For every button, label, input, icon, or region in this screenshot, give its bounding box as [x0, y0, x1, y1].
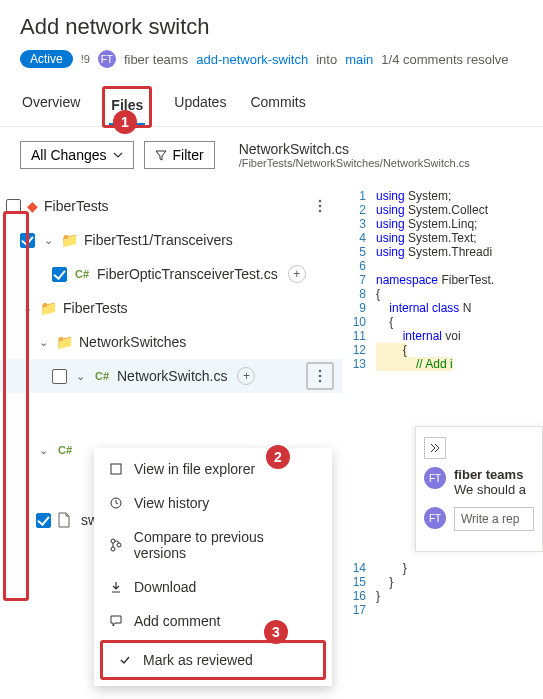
chevron-down-icon[interactable]: ⌄	[41, 234, 55, 247]
code-line: 14 }	[342, 561, 543, 575]
code-line: 17	[342, 603, 543, 617]
callout-3: 3	[264, 620, 288, 644]
comment-text: We should a	[454, 482, 526, 497]
tree-label: FiberTest1/Transceivers	[84, 232, 233, 248]
download-icon	[108, 580, 124, 594]
author-avatar[interactable]: FT	[98, 50, 116, 68]
reply-row: FT Write a rep	[424, 507, 534, 531]
tree-folder[interactable]: ⌄ 📁 NetworkSwitches	[0, 325, 342, 359]
tree-label: NetworkSwitches	[79, 334, 186, 350]
svg-point-10	[117, 543, 121, 547]
filter-icon	[155, 149, 167, 161]
pr-tabs: Overview Files Updates Commits	[0, 86, 543, 127]
tree-root-label: FiberTests	[44, 198, 109, 214]
comment-thread-panel: FT fiber teams We should a FT Write a re…	[415, 426, 543, 552]
checkbox[interactable]	[20, 233, 35, 248]
chevron-down-icon[interactable]: ⌄	[36, 336, 50, 349]
current-file-name: NetworkSwitch.cs	[239, 141, 470, 157]
code-line: 2using System.Collect	[342, 203, 543, 217]
tree-file-selected[interactable]: ⌄ C# NetworkSwitch.cs +	[0, 359, 342, 393]
git-icon: ◆	[27, 198, 38, 214]
current-file: NetworkSwitch.cs /FiberTests/NetworkSwit…	[239, 141, 470, 169]
source-branch-link[interactable]: add-network-switch	[196, 52, 308, 67]
code-line: 3using System.Linq;	[342, 217, 543, 231]
into-label: into	[316, 52, 337, 67]
code-line: 5using System.Threadi	[342, 245, 543, 259]
code-line: 10 {	[342, 315, 543, 329]
file-icon	[108, 462, 124, 476]
code-line: 11 internal voi	[342, 329, 543, 343]
svg-point-5	[319, 380, 322, 383]
code-line: 1using System;	[342, 189, 543, 203]
chevron-down-icon[interactable]: ⌄	[36, 444, 50, 457]
svg-point-0	[319, 200, 322, 203]
callout-1: 1	[113, 110, 137, 134]
code-line: 9 internal class N	[342, 301, 543, 315]
filter-button[interactable]: Filter	[144, 141, 215, 169]
comment-author: fiber teams	[454, 467, 526, 482]
code-line: 8{	[342, 287, 543, 301]
all-changes-dropdown[interactable]: All Changes	[20, 141, 134, 169]
menu-download[interactable]: Download	[94, 570, 332, 604]
collapse-icon	[430, 443, 440, 453]
collapse-button[interactable]	[424, 437, 446, 459]
code-line: 12 {	[342, 343, 543, 357]
checkbox[interactable]	[36, 513, 51, 528]
checkbox[interactable]	[52, 267, 67, 282]
tab-commits[interactable]: Commits	[248, 86, 307, 126]
target-branch-link[interactable]: main	[345, 52, 373, 67]
code-line: 6	[342, 259, 543, 273]
kebab-icon	[318, 369, 322, 383]
comment-icon	[108, 614, 124, 628]
more-actions-button[interactable]	[306, 362, 334, 390]
tree-root[interactable]: ◆ FiberTests	[0, 189, 342, 223]
checkbox[interactable]	[6, 199, 21, 214]
menu-add-comment[interactable]: Add comment	[94, 604, 332, 638]
svg-point-9	[111, 547, 115, 551]
tab-overview[interactable]: Overview	[20, 86, 82, 126]
folder-icon: 📁	[56, 334, 73, 350]
current-file-path: /FiberTests/NetworkSwitches/NetworkSwitc…	[239, 157, 470, 169]
tree-label: NetworkSwitch.cs	[117, 368, 227, 384]
checkbox[interactable]	[52, 369, 67, 384]
reply-input[interactable]: Write a rep	[454, 507, 534, 531]
chevron-down-icon	[113, 150, 123, 160]
chevron-down-icon[interactable]: ⌄	[20, 302, 34, 315]
svg-point-8	[111, 539, 115, 543]
tree-folder[interactable]: ⌄ 📁 FiberTests	[0, 291, 342, 325]
history-icon	[108, 496, 124, 510]
menu-label: Compare to previous versions	[134, 529, 318, 561]
svg-point-4	[319, 375, 322, 378]
context-menu: View in file explorer View history Compa…	[94, 448, 332, 686]
svg-point-3	[319, 370, 322, 373]
comment-avatar: FT	[424, 467, 446, 489]
tree-file[interactable]: C# FiberOpticTransceiverTest.cs +	[0, 257, 342, 291]
menu-label: View in file explorer	[134, 461, 255, 477]
all-changes-label: All Changes	[31, 147, 107, 163]
tab-updates[interactable]: Updates	[172, 86, 228, 126]
menu-compare[interactable]: Compare to previous versions	[94, 520, 332, 570]
add-comment-button[interactable]: +	[237, 367, 255, 385]
more-actions-button[interactable]	[306, 192, 334, 220]
filter-label: Filter	[173, 147, 204, 163]
menu-view-history[interactable]: View history	[94, 486, 332, 520]
compare-icon	[108, 538, 124, 552]
folder-icon: 📁	[61, 232, 78, 248]
code-line: 16}	[342, 589, 543, 603]
menu-view-explorer[interactable]: View in file explorer	[94, 452, 332, 486]
csharp-icon: C#	[73, 268, 91, 280]
callout-2: 2	[266, 445, 290, 469]
pr-meta: Active !9 FT fiber teams add-network-swi…	[20, 50, 523, 68]
svg-rect-6	[111, 464, 121, 474]
tree-label: FiberTests	[63, 300, 128, 316]
svg-point-1	[319, 205, 322, 208]
tree-folder[interactable]: ⌄ 📁 FiberTest1/Transceivers	[0, 223, 342, 257]
author-name[interactable]: fiber teams	[124, 52, 188, 67]
vote-count: !9	[81, 53, 90, 65]
reply-avatar: FT	[424, 507, 446, 529]
add-comment-button[interactable]: +	[288, 265, 306, 283]
menu-mark-reviewed[interactable]: Mark as reviewed	[100, 640, 326, 680]
chevron-down-icon[interactable]: ⌄	[73, 370, 87, 383]
code-line: 4using System.Text;	[342, 231, 543, 245]
csharp-icon: C#	[93, 370, 111, 382]
